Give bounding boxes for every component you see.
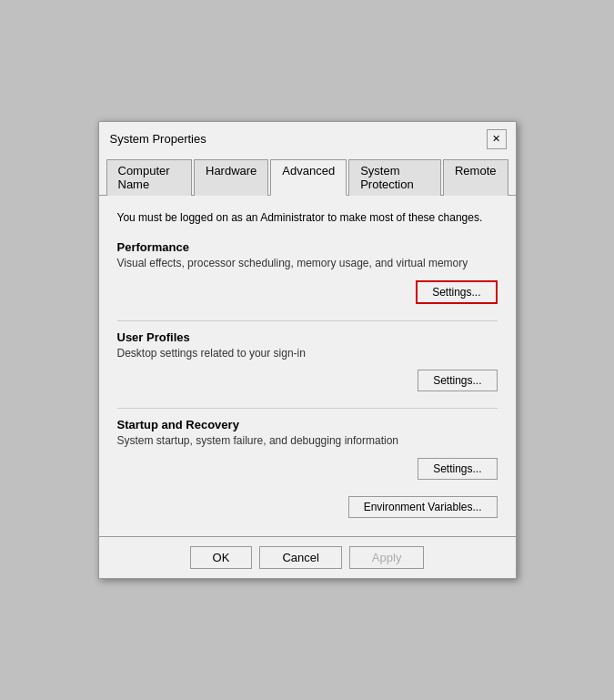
divider-2 xyxy=(117,408,498,409)
tab-content: You must be logged on as an Administrato… xyxy=(99,196,516,536)
performance-desc: Visual effects, processor scheduling, me… xyxy=(117,256,498,271)
performance-settings-button[interactable]: Settings... xyxy=(416,280,497,304)
divider-1 xyxy=(117,320,498,321)
startup-recovery-title: Startup and Recovery xyxy=(117,418,498,431)
tab-computer-name[interactable]: Computer Name xyxy=(106,159,193,196)
window-title: System Properties xyxy=(110,132,206,146)
performance-button-row: Settings... xyxy=(117,280,498,304)
tab-remote[interactable]: Remote xyxy=(443,159,508,196)
env-variables-row: Environment Variables... xyxy=(117,496,498,518)
tab-bar: Computer Name Hardware Advanced System P… xyxy=(99,153,516,196)
system-properties-window: System Properties ✕ Computer Name Hardwa… xyxy=(98,121,517,579)
ok-button[interactable]: OK xyxy=(190,546,253,569)
startup-recovery-section: Startup and Recovery System startup, sys… xyxy=(117,418,498,480)
user-profiles-desc: Desktop settings related to your sign-in xyxy=(117,346,498,361)
startup-recovery-settings-button[interactable]: Settings... xyxy=(418,458,497,480)
title-bar-controls: ✕ xyxy=(487,129,507,149)
apply-button[interactable]: Apply xyxy=(349,546,425,569)
dialog-footer: OK Cancel Apply xyxy=(99,536,516,578)
performance-section: Performance Visual effects, processor sc… xyxy=(117,240,498,304)
startup-recovery-desc: System startup, system failure, and debu… xyxy=(117,433,498,449)
user-profiles-section: User Profiles Desktop settings related t… xyxy=(117,330,498,392)
cancel-button[interactable]: Cancel xyxy=(259,546,341,569)
tab-hardware[interactable]: Hardware xyxy=(194,159,268,196)
user-profiles-settings-button[interactable]: Settings... xyxy=(418,370,497,391)
startup-recovery-button-row: Settings... xyxy=(117,458,498,480)
user-profiles-button-row: Settings... xyxy=(117,370,498,391)
title-bar: System Properties ✕ xyxy=(99,122,516,153)
tab-system-protection[interactable]: System Protection xyxy=(348,159,441,196)
info-banner: You must be logged on as an Administrato… xyxy=(117,210,498,226)
environment-variables-button[interactable]: Environment Variables... xyxy=(348,496,498,518)
tab-advanced[interactable]: Advanced xyxy=(270,159,347,196)
close-button[interactable]: ✕ xyxy=(487,129,507,149)
performance-title: Performance xyxy=(117,240,498,254)
user-profiles-title: User Profiles xyxy=(117,330,498,344)
